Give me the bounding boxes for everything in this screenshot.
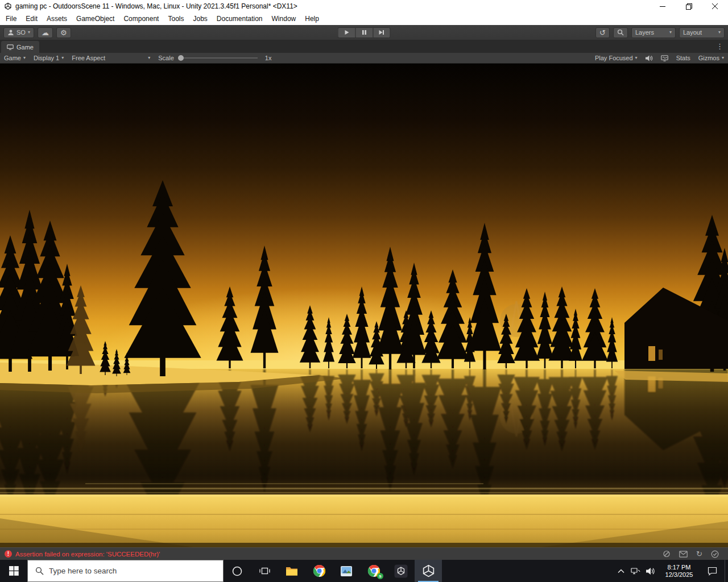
status-refresh-icon[interactable]: ↻ [696,550,702,558]
menu-item-edit[interactable]: Edit [21,13,42,25]
account-dropdown[interactable]: SO ▾ [3,27,34,38]
unity-hub-icon [394,564,408,578]
unity-hub-button[interactable] [387,560,415,582]
start-button[interactable] [0,560,27,582]
window-controls [650,0,728,13]
editor-status-bar[interactable]: ! Assertion failed on expression: 'SUCCE… [0,547,728,560]
aspect-ratio-dropdown[interactable]: Free Aspect ▾ [68,53,154,63]
minimize-button[interactable] [650,0,676,13]
display-dropdown[interactable]: Display 1 ▾ [30,53,68,63]
clock-time: 8:17 PM [668,564,691,571]
image-app-button[interactable] [333,560,360,582]
gear-icon: ⚙ [60,29,67,36]
image-app-icon [340,566,353,577]
vsync-toggle[interactable] [657,55,672,61]
clock-date: 12/3/2025 [665,571,693,579]
pause-icon [362,30,367,35]
status-activity-icon[interactable] [663,550,671,558]
tab-game-label: Game [16,44,34,51]
play-focused-dropdown[interactable]: Play Focused ▾ [591,55,642,61]
menu-item-component[interactable]: Component [119,13,163,25]
pause-button[interactable] [355,27,373,38]
action-center-button[interactable] [700,560,725,582]
tab-options-menu[interactable]: ⋮ [716,42,723,51]
taskbar-search[interactable] [27,560,224,582]
tab-game[interactable]: Game [1,41,39,53]
chevron-down-icon: ▾ [61,56,64,60]
system-tray: 8:17 PM 12/3/2025 [614,560,728,582]
search-input[interactable] [49,567,202,575]
chevron-down-icon: ▾ [148,56,150,60]
gizmos-label: Gizmos [698,55,719,61]
game-view-icon [7,44,14,50]
account-label: SO [16,29,26,36]
cortana-button[interactable] [224,560,251,582]
step-icon [379,30,385,35]
chevron-down-icon: ▾ [635,56,638,60]
bottom-shadow [0,543,728,547]
menu-item-help[interactable]: Help [300,13,324,25]
hidden-icons-button[interactable] [614,560,628,582]
display-target-dropdown[interactable]: Game ▾ [0,53,30,63]
mute-audio-toggle[interactable] [642,55,657,61]
menu-item-jobs[interactable]: Jobs [188,13,212,25]
menu-item-assets[interactable]: Assets [42,13,72,25]
layers-label: Layers [635,29,654,36]
stats-button[interactable]: Stats [672,55,694,61]
error-icon: ! [5,550,12,558]
menu-item-window[interactable]: Window [267,13,301,25]
chrome-button[interactable] [305,560,333,582]
menu-item-documentation[interactable]: Documentation [212,13,267,25]
network-tray-button[interactable] [628,560,643,582]
restore-button[interactable] [676,0,702,13]
chevron-down-icon: ▾ [722,56,724,60]
task-view-button[interactable] [251,560,278,582]
show-desktop-button[interactable] [725,560,728,582]
taskbar-clock[interactable]: 8:17 PM 12/3/2025 [659,560,700,582]
layout-dropdown[interactable]: Layout ▾ [679,27,725,38]
stats-label: Stats [676,55,690,61]
search-button[interactable] [613,27,628,38]
play-button[interactable] [338,27,355,38]
action-center-icon [708,567,717,576]
chevron-down-icon: ▾ [23,56,26,60]
menu-item-file[interactable]: File [1,13,21,25]
layers-dropdown[interactable]: Layers ▾ [631,27,676,38]
menu-item-tools[interactable]: Tools [163,13,188,25]
chrome-profile-badge: s [377,573,383,579]
unity-main-toolbar: SO ▾ ☁ ⚙ ↺ [0,25,728,40]
play-icon [344,30,350,35]
unity-editor-taskbar-button[interactable] [415,560,442,582]
menu-item-gameobject[interactable]: GameObject [72,13,119,25]
undo-history-button[interactable]: ↺ [595,27,610,38]
menu-bar: FileEditAssetsGameObjectComponentToolsJo… [0,13,728,25]
view-tab-row: Game ⋮ [0,40,728,53]
file-explorer-icon [286,566,298,576]
chevron-up-icon [618,569,624,573]
status-message-icon[interactable] [679,551,688,558]
layout-label: Layout [683,29,702,36]
window-titlebar: gaming pc - OutdoorsScene 11 - Windows, … [0,0,728,13]
scale-label: Scale [158,55,174,61]
step-button[interactable] [373,27,391,38]
scale-slider-track[interactable] [178,57,258,59]
game-scene [0,64,728,547]
cloud-services-button[interactable]: ☁ [38,27,53,38]
settings-button[interactable]: ⚙ [56,27,71,38]
close-button[interactable] [702,0,728,13]
display-label: Display 1 [34,55,59,61]
chevron-down-icon: ▾ [669,30,672,35]
chrome-secondary-button[interactable]: s [360,560,387,582]
unity-app-icon [4,2,12,10]
scale-slider-knob[interactable] [178,55,184,61]
aspect-label: Free Aspect [72,55,105,61]
game-viewport[interactable] [0,64,728,547]
status-error-text[interactable]: Assertion failed on expression: 'SUCCEED… [15,551,160,558]
toolbar-right-group: ↺ Layers ▾ Layout ▾ [595,27,725,38]
status-ok-icon[interactable] [711,550,719,558]
scale-slider[interactable]: Scale 1x [154,53,275,63]
gizmos-dropdown[interactable]: Gizmos ▾ [694,55,728,61]
volume-tray-button[interactable] [643,560,659,582]
speaker-icon [646,55,653,61]
file-explorer-button[interactable] [278,560,305,582]
